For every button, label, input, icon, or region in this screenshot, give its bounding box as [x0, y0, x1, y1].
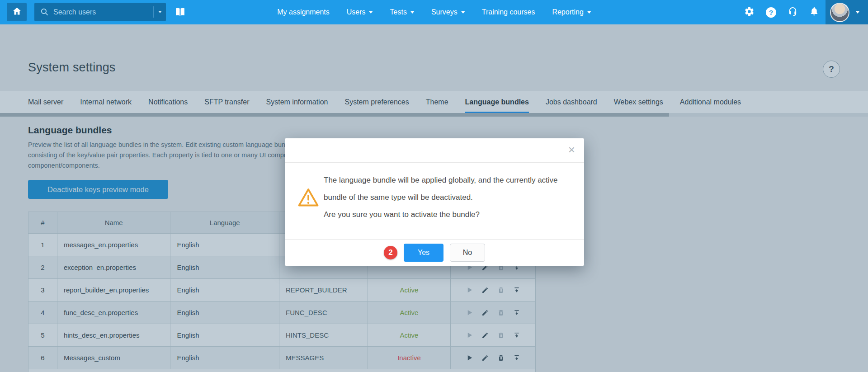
top-navigation-bar: My assignments Users Tests Surveys Train…	[0, 0, 868, 24]
yes-button[interactable]: Yes	[404, 244, 443, 262]
nav-label: Training courses	[482, 8, 535, 16]
activate-bundle-dialog: × The language bundle will be applied gl…	[285, 138, 584, 266]
search-scope-dropdown[interactable]	[154, 3, 166, 21]
close-icon[interactable]: ×	[568, 144, 575, 155]
nav-label: My assignments	[277, 8, 330, 16]
dialog-header: ×	[285, 138, 584, 163]
notifications-button[interactable]	[809, 6, 819, 18]
knowledge-base-button[interactable]	[175, 6, 186, 19]
nav-surveys[interactable]: Surveys	[431, 8, 465, 16]
dialog-message: The language bundle will be applied glob…	[324, 172, 571, 239]
app-screen: My assignments Users Tests Surveys Train…	[0, 0, 868, 372]
search-input[interactable]	[53, 8, 153, 16]
annotation-badge: 2	[384, 246, 397, 259]
search-users-box[interactable]	[34, 3, 166, 21]
chevron-down-icon	[369, 11, 373, 14]
dialog-message-line2: Are you sure you want to activate the bu…	[324, 206, 571, 223]
main-nav: My assignments Users Tests Surveys Train…	[277, 0, 591, 24]
nav-users[interactable]: Users	[347, 8, 373, 16]
chevron-down-icon	[856, 11, 859, 14]
chevron-down-icon	[158, 11, 162, 13]
chevron-down-icon	[587, 11, 591, 14]
settings-button[interactable]	[744, 6, 755, 19]
chevron-down-icon	[461, 11, 465, 14]
nav-tests[interactable]: Tests	[390, 8, 414, 16]
gear-icon	[744, 6, 755, 19]
nav-label: Users	[347, 8, 366, 16]
nav-label: Tests	[390, 8, 407, 16]
avatar	[830, 3, 849, 22]
help-button[interactable]: ?	[766, 7, 776, 18]
topbar-utility-icons: ?	[744, 0, 819, 24]
nav-training-courses[interactable]: Training courses	[482, 8, 535, 16]
support-button[interactable]	[788, 6, 798, 19]
question-icon: ?	[769, 9, 773, 16]
headset-icon	[788, 6, 798, 19]
nav-my-assignments[interactable]: My assignments	[277, 8, 330, 16]
user-menu[interactable]	[826, 0, 868, 24]
bell-icon	[809, 6, 819, 18]
warning-icon	[297, 172, 319, 239]
chevron-down-icon	[410, 11, 414, 14]
no-button[interactable]: No	[450, 244, 485, 262]
book-icon	[175, 6, 186, 19]
search-icon	[40, 8, 49, 16]
home-button[interactable]	[7, 3, 27, 21]
dialog-message-line1: The language bundle will be applied glob…	[324, 172, 571, 206]
nav-label: Reporting	[552, 8, 583, 16]
nav-label: Surveys	[431, 8, 458, 16]
nav-reporting[interactable]: Reporting	[552, 8, 590, 16]
dialog-body: The language bundle will be applied glob…	[285, 163, 584, 239]
home-icon	[12, 6, 22, 18]
dialog-footer: 2 Yes No	[285, 239, 584, 266]
